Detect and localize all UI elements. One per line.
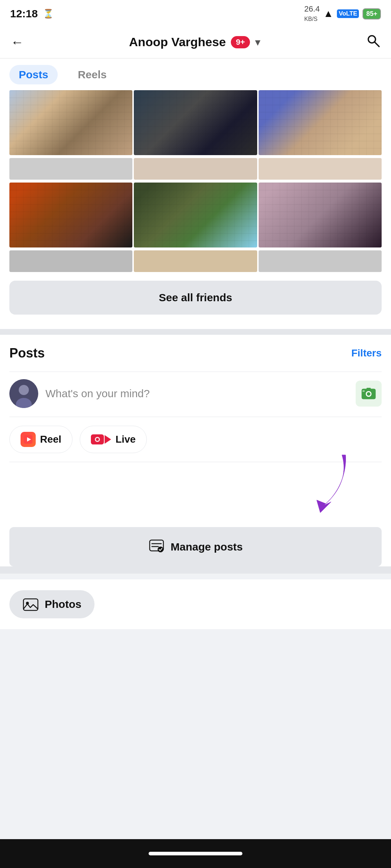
photo-grid-row2 (0, 181, 391, 249)
tab-posts[interactable]: Posts (9, 65, 58, 84)
section-divider (0, 329, 391, 335)
whats-on-mind-bar[interactable]: What's on your mind? (9, 372, 382, 417)
photo-cell-bottom (134, 250, 257, 272)
bottom-nav-bar (0, 839, 391, 868)
photo-cell-partial (259, 158, 382, 180)
photo-cell-partial (134, 158, 257, 180)
nav-bar: ← Anoop Varghese 9+ ▾ (0, 26, 391, 58)
user-avatar (9, 379, 38, 408)
svg-line-1 (375, 42, 379, 47)
photo-cell-bottom (259, 250, 382, 272)
photo-cell-bottom (9, 250, 132, 272)
svg-rect-9 (363, 390, 365, 392)
whats-on-mind-text[interactable]: What's on your mind? (45, 387, 356, 400)
photo-cell[interactable] (134, 90, 257, 155)
search-button[interactable] (366, 33, 380, 51)
tabs-bar: Posts Reels (0, 58, 391, 89)
status-time: 12:18 (10, 8, 38, 20)
photo-row-bottom-partial (0, 250, 391, 272)
svg-point-3 (19, 385, 29, 395)
status-bar: 12:18 ⏳ 26.4KB/S ▲ VoLTE 85+ (0, 0, 391, 26)
photo-grid-section: See all friends (0, 89, 391, 329)
svg-point-14 (96, 438, 99, 441)
photo-row-partial (0, 158, 391, 180)
svg-rect-8 (366, 388, 371, 390)
chevron-down-icon[interactable]: ▾ (255, 36, 260, 48)
section-divider-2 (0, 566, 391, 574)
live-button[interactable]: Live (80, 426, 147, 453)
posts-title: Posts (9, 346, 45, 361)
svg-rect-18 (23, 599, 38, 610)
filters-button[interactable]: Filters (351, 347, 382, 359)
purple-arrow-icon (273, 448, 353, 527)
photo-cell[interactable] (259, 183, 382, 247)
photo-cell-partial (9, 158, 132, 180)
add-photo-button[interactable] (356, 381, 382, 407)
hourglass-icon: ⏳ (43, 9, 54, 19)
photo-cell[interactable] (134, 183, 257, 247)
back-button[interactable]: ← (11, 35, 24, 50)
wifi-icon: ▲ (323, 8, 333, 19)
volte-badge: VoLTE (337, 9, 359, 18)
manage-posts-button[interactable]: Manage posts (9, 527, 382, 566)
nav-title-area: Anoop Varghese 9+ ▾ (129, 35, 260, 49)
live-icon (91, 433, 111, 446)
photo-cell[interactable] (259, 90, 382, 155)
tab-reels[interactable]: Reels (69, 65, 116, 84)
arrow-indicator (9, 462, 382, 527)
svg-marker-15 (105, 435, 111, 444)
reel-label: Reel (40, 434, 61, 445)
reel-button[interactable]: Reel (9, 426, 73, 453)
photos-icon (22, 596, 39, 613)
posts-section: Posts Filters What's on your mind? (0, 335, 391, 566)
photos-section: Photos (0, 579, 391, 629)
home-indicator (149, 852, 242, 855)
manage-posts-label: Manage posts (171, 541, 243, 553)
notification-badge: 9+ (231, 36, 250, 48)
profile-name: Anoop Varghese (129, 35, 226, 49)
svg-point-7 (367, 392, 370, 396)
photo-cell[interactable] (9, 90, 132, 155)
svg-point-17 (158, 547, 163, 552)
action-area: Reel Live (9, 417, 382, 566)
posts-header: Posts Filters (9, 346, 382, 361)
reel-icon (21, 432, 36, 447)
photo-cell[interactable] (9, 183, 132, 247)
see-all-friends-button[interactable]: See all friends (9, 281, 382, 315)
photos-button[interactable]: Photos (9, 590, 95, 618)
photo-grid (0, 89, 391, 157)
live-label: Live (115, 434, 136, 445)
status-icons: 26.4KB/S ▲ VoLTE 85+ (304, 4, 381, 23)
battery-indicator: 85+ (363, 8, 381, 19)
speed-label: 26.4KB/S (304, 4, 320, 23)
manage-posts-icon (148, 537, 165, 556)
photos-label: Photos (45, 598, 82, 610)
